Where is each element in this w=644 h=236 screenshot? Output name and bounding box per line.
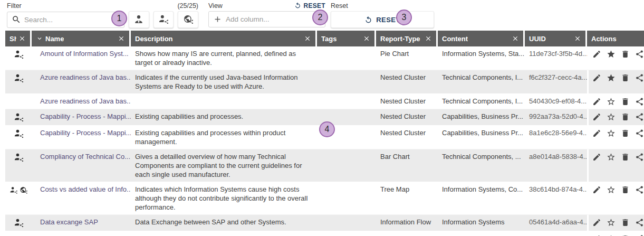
favorite-button[interactable] [607,153,616,179]
remove-column-icon[interactable] [118,35,125,42]
share-status-cell [5,70,32,93]
favorite-button[interactable] [607,97,616,106]
search-box[interactable] [7,12,124,28]
delete-button[interactable] [621,153,630,179]
sort-descending-icon [36,35,43,42]
column-header-uuid[interactable]: UUID [525,31,587,46]
share-button[interactable] [635,185,644,212]
favorite-button[interactable] [607,218,616,228]
column-header-content[interactable]: Content [438,31,525,46]
edit-button[interactable] [592,218,601,228]
filter-shared-with-user-button[interactable] [153,11,174,28]
report-name-link[interactable]: Azure readiness of Java bas... [32,70,131,93]
close-icon [425,35,432,42]
table-row: Azure readiness of Java bas...Indicates … [5,70,644,94]
favorite-button[interactable] [607,73,616,91]
column-label: Tags [321,35,337,43]
actions-cell [587,70,644,93]
share-button[interactable] [635,112,644,122]
search-input[interactable] [24,16,120,24]
share-icon [635,112,644,121]
report-name-link[interactable]: Data excange SAP [32,215,131,231]
report-name-link[interactable]: Amount of Information Syst... [32,46,131,70]
filter-by-owner-button[interactable] [129,11,149,28]
column-label: Name [45,35,64,43]
annotation-circle-4: 4 [319,121,335,137]
delete-button[interactable] [621,50,630,67]
share-button[interactable] [635,73,644,91]
delete-button[interactable] [621,129,630,146]
report-name-link[interactable]: Data exchange SAP Saleforce [32,231,131,236]
favorite-icon [607,185,616,194]
column-header-actions[interactable]: Actions [587,31,644,46]
favorite-button[interactable] [607,50,616,67]
column-header-share[interactable]: Sh... [5,31,32,46]
report-name-link[interactable]: Compliancy of Technical Co... [32,149,131,182]
add-column-placeholder: Add column... [226,15,270,23]
edit-button[interactable] [592,112,601,122]
remove-column-icon[interactable] [18,35,26,42]
report-type-cell: Pie Chart [376,46,438,70]
report-name-link[interactable]: Capability - Process - Mappi... [32,126,131,149]
view-reset-link[interactable]: RESET [294,2,325,10]
delete-button[interactable] [621,97,630,106]
table-row: Compliancy of Technical Co...Gives a det… [5,149,644,182]
favorite-button[interactable] [607,129,616,146]
remove-column-icon[interactable] [574,35,581,42]
edit-button[interactable] [592,50,601,67]
edit-button[interactable] [592,97,601,106]
column-header-tags[interactable]: Tags [317,31,376,46]
share-status-cell [5,231,32,236]
reset-label: Reset [331,2,348,10]
share-button[interactable] [635,153,644,179]
uuid-cell: 8a1e6c28-56e9-4... [525,126,587,149]
content-cell: Capabilities, Business Pr... [438,126,525,149]
share-status-cell [5,149,32,182]
edit-button[interactable] [592,153,601,179]
report-type-cell: Bar Chart [376,149,438,182]
remove-column-icon[interactable] [304,35,311,42]
report-name-link[interactable]: Capability - Process - Mappi... [32,109,131,125]
remove-column-icon[interactable] [512,35,519,42]
edit-button[interactable] [592,185,601,212]
share-button[interactable] [635,50,644,67]
reset-button[interactable]: RESET [331,11,434,28]
share-button[interactable] [635,97,644,106]
content-cell: Information Systems, Co... [438,182,525,214]
report-name-link[interactable]: Azure readiness of Java bas... [32,94,131,109]
edit-icon [592,218,601,227]
column-header-report_type[interactable]: Report-Type [376,31,438,46]
description-cell [131,94,317,109]
filter-section: Filter (25/25) [7,2,198,29]
annotation-circle-1: 1 [111,11,127,26]
actions-cell [587,94,644,109]
description-cell: Existing capabilities and processes with… [131,126,317,149]
add-column-dropdown[interactable]: Add column... [208,11,325,27]
report-type-cell: Nested Cluster [376,126,438,149]
delete-button[interactable] [621,185,630,212]
report-name-link[interactable]: Costs vs added value of Info... [32,182,131,214]
delete-button[interactable] [621,112,630,122]
remove-column-icon[interactable] [425,35,432,42]
remove-column-icon[interactable] [363,35,370,42]
user-tie-icon [133,14,144,25]
column-header-name[interactable]: Name [32,31,131,46]
favorite-button[interactable] [607,185,616,212]
favorite-button[interactable] [607,112,616,122]
share-icon [635,185,644,194]
delete-button[interactable] [621,218,630,228]
edit-button[interactable] [592,129,601,146]
close-icon [574,35,581,42]
edit-button[interactable] [592,73,601,91]
description-cell: Indicates which Information Systems caus… [131,182,317,214]
view-section: View RESET Add column... [208,2,325,29]
content-cell: Technical Components, I... [438,70,525,93]
share-button[interactable] [635,218,644,228]
actions-cell [587,182,644,214]
close-icon [118,35,125,42]
filter-shared-globally-button[interactable] [178,11,198,28]
column-header-description[interactable]: Description [131,31,317,46]
delete-icon [621,112,630,121]
delete-button[interactable] [621,73,630,91]
share-button[interactable] [635,129,644,146]
